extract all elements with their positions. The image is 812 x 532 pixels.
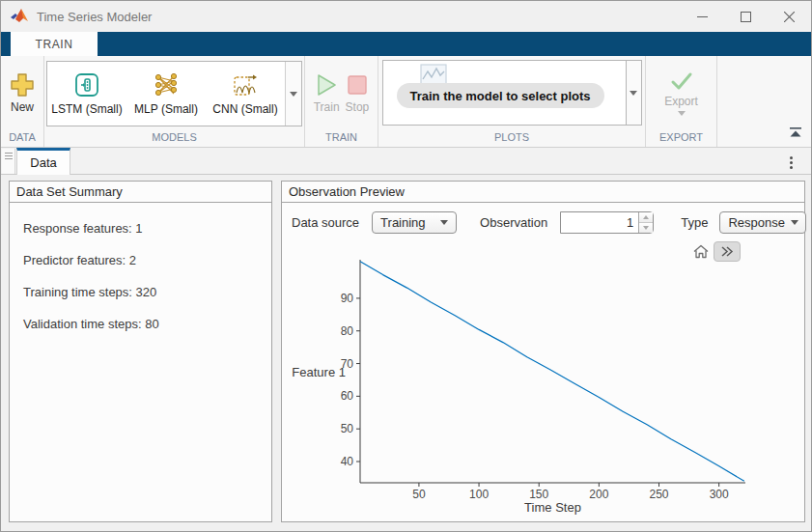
toolstrip-section-plots: Train the model to select plots PLOTS [378,56,646,147]
cnn-network-icon [231,71,260,98]
type-dropdown[interactable]: Response [719,211,806,234]
dot-icon [790,156,793,159]
model-item-lstm-small[interactable]: LSTM (Small) [47,62,126,126]
model-item-mlp-small[interactable]: MLP (Small) [126,62,206,126]
window-title: Time Series Modeler [37,10,152,24]
toolstrip-section-train: Train Stop TRAIN [305,56,378,147]
content-area: Data Set Summary Response features: 1 Pr… [1,175,811,532]
toolstrip: New DATA LSTM (Small) [1,56,811,148]
data-set-summary-panel: Data Set Summary Response features: 1 Pr… [9,181,272,522]
summary-item-validation-steps: Validation time steps: 80 [23,315,271,333]
summary-list: Response features: 1 Predictor features:… [10,203,271,333]
toolstrip-section-models: LSTM (Small) [44,56,305,147]
section-label-export: EXPORT [646,129,716,147]
train-button-label: Train [314,100,340,114]
window-controls [681,1,811,32]
observation-label: Observation [480,215,547,230]
train-button[interactable]: Train [314,72,340,114]
models-gallery: LSTM (Small) [46,61,302,126]
section-label-data: DATA [1,129,43,147]
svg-text:80: 80 [341,324,354,338]
svg-text:60: 60 [341,389,354,403]
stop-button[interactable]: Stop [346,72,370,114]
section-label-train: TRAIN [305,129,378,147]
svg-text:50: 50 [341,422,354,435]
svg-text:Time Step: Time Step [524,500,581,515]
matlab-logo-icon [11,9,28,24]
document-tab-bar: Data [1,148,811,175]
data-source-dropdown[interactable]: Training [372,211,457,234]
tab-options-button[interactable] [784,154,798,171]
svg-text:250: 250 [649,488,668,501]
new-session-button[interactable]: New [10,72,35,114]
plus-icon [10,72,35,98]
model-item-label: CNN (Small) [212,102,277,116]
maximize-button[interactable] [724,1,768,32]
svg-text:300: 300 [710,488,729,501]
play-icon [315,72,338,98]
svg-text:Feature 1: Feature 1 [292,365,346,379]
dot-icon [790,161,793,164]
collapse-toolstrip-button[interactable] [789,125,802,142]
data-source-label: Data source [292,215,359,230]
model-item-cnn-small[interactable]: CNN (Small) [206,62,285,126]
observation-chart: 50100150200250300405060708090Time StepFe… [282,236,806,527]
type-label: Type [681,215,708,230]
models-gallery-dropdown-button[interactable] [285,62,301,126]
spinner-up-button[interactable] [639,212,653,223]
toolstrip-spacer [717,56,811,147]
new-button-label: New [11,100,34,114]
triangle-down-icon [643,226,649,230]
export-button-label: Export [664,95,698,108]
spinner-down-button[interactable] [639,223,653,233]
ribbon-tab-train[interactable]: TRAIN [11,32,98,56]
model-item-label: MLP (Small) [134,102,198,116]
dot-icon [790,166,793,169]
minimize-button[interactable] [681,1,724,32]
preview-controls: Data source Training Observation Type Re… [292,210,806,234]
chevron-down-icon [678,111,686,116]
type-value: Response [728,215,785,230]
svg-text:90: 90 [341,292,354,305]
export-button[interactable]: Export [664,70,698,116]
tab-data[interactable]: Data [16,148,70,175]
model-item-label: LSTM (Small) [51,102,122,116]
toolstrip-section-data: New DATA [1,56,44,147]
plots-gallery-dropdown-button[interactable] [626,60,642,126]
panel-title: Data Set Summary [10,182,271,203]
svg-text:40: 40 [341,455,354,468]
data-source-value: Training [380,215,425,230]
stop-button-label: Stop [346,100,370,114]
stop-icon [346,72,369,98]
observation-input[interactable] [561,212,638,233]
plots-placeholder-message: Train the model to select plots [397,83,604,108]
chevron-down-icon [440,220,448,225]
svg-text:50: 50 [412,488,426,501]
summary-item-predictor-features: Predictor features: 2 [23,251,271,269]
observation-spinner [638,212,653,233]
observation-preview-panel: Observation Preview Data source Training… [281,181,805,522]
summary-item-response-features: Response features: 1 [23,219,271,238]
svg-text:150: 150 [529,488,548,501]
chevron-down-icon [630,91,637,96]
mlp-network-icon [152,71,181,98]
svg-text:100: 100 [469,488,489,501]
chevron-down-icon [290,92,297,97]
ribbon-tab-bar: TRAIN [1,32,811,56]
check-icon [669,70,694,92]
observation-field [560,211,654,234]
summary-item-training-steps: Training time steps: 320 [23,283,271,301]
tab-bar-grip-handle[interactable] [2,149,15,174]
titlebar: Time Series Modeler [1,1,811,32]
section-label-models: MODELS [44,129,304,147]
lstm-network-icon [72,71,101,98]
plots-gallery: Train the model to select plots [382,60,626,126]
grip-lines-icon [5,153,13,159]
panel-title: Observation Preview [282,182,804,203]
close-button[interactable] [768,1,811,32]
section-label-plots: PLOTS [378,129,645,147]
svg-text:200: 200 [589,488,608,501]
triangle-up-icon [643,215,649,219]
toolstrip-section-export: Export EXPORT [646,56,717,147]
chevron-down-icon [791,220,798,225]
